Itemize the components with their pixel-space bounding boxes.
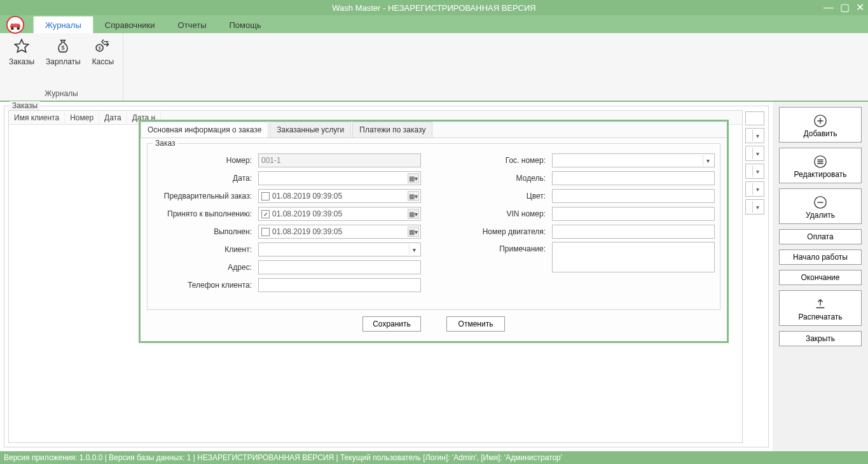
- minimize-icon[interactable]: —: [823, 3, 834, 13]
- note-field[interactable]: [552, 242, 715, 272]
- tab-journals[interactable]: Журналы: [33, 16, 93, 33]
- tab-reports[interactable]: Отчеты: [167, 17, 218, 33]
- ribbon-group-label: Журналы: [45, 88, 78, 99]
- svg-text:$: $: [98, 45, 101, 51]
- phone-label: Телефон клиента:: [153, 281, 254, 290]
- chevron-down-icon: ▾: [752, 201, 762, 213]
- save-button[interactable]: Сохранить: [362, 316, 421, 332]
- plus-circle-icon: [813, 114, 827, 128]
- ribbon-group-journals: Заказы $ Зарплаты $ Кассы Журналы: [0, 33, 123, 101]
- client-label: Клиент:: [153, 245, 254, 254]
- chevron-down-icon: ▾: [752, 183, 762, 195]
- filter-column: ▾ ▾ ▾ ▾ ▾: [745, 110, 764, 443]
- cash-transfer-icon: $: [95, 38, 111, 55]
- dialog-tab-services[interactable]: Заказанные услуги: [270, 122, 351, 137]
- note-label: Примечание:: [446, 242, 548, 253]
- chevron-down-icon: ▾: [752, 130, 762, 141]
- dialog-buttons: Сохранить Отменить: [141, 313, 727, 335]
- star-icon: [13, 38, 30, 55]
- print-button[interactable]: Распечатать: [779, 290, 862, 326]
- gosnum-field[interactable]: ▾: [552, 153, 715, 167]
- preorder-checkbox[interactable]: [261, 192, 270, 200]
- dialog-tabs: Основная информация о заказе Заказанные …: [141, 122, 727, 138]
- svg-rect-3: [11, 24, 19, 26]
- ribbon-cash[interactable]: $ Кассы: [88, 36, 118, 88]
- gosnum-label: Гос. номер:: [446, 156, 548, 165]
- money-bag-icon: $: [55, 38, 71, 55]
- accepted-label: Принято к выполнению:: [153, 209, 254, 218]
- vin-field[interactable]: [552, 207, 715, 221]
- ribbon-orders-label: Заказы: [9, 57, 34, 66]
- engine-field[interactable]: [552, 225, 715, 239]
- svg-point-1: [11, 27, 14, 30]
- close-button[interactable]: Закрыть: [779, 331, 862, 346]
- calendar-icon[interactable]: ▦▾: [408, 227, 419, 237]
- tab-help[interactable]: Помощь: [217, 17, 272, 33]
- form-right-column: Гос. номер: ▾ Модель: Цвет: VIN номер: Н…: [446, 153, 715, 293]
- start-work-button[interactable]: Начало работы: [779, 250, 862, 265]
- chevron-down-icon: ▾: [752, 165, 762, 177]
- edit-button[interactable]: Редактировать: [779, 148, 862, 183]
- svg-point-2: [17, 27, 20, 30]
- vin-label: VIN номер:: [446, 209, 548, 218]
- filter-dropdown-2[interactable]: ▾: [745, 146, 764, 161]
- ribbon-orders[interactable]: Заказы: [5, 36, 38, 88]
- col-client[interactable]: Имя клиента: [9, 111, 65, 124]
- calendar-icon[interactable]: ▦▾: [408, 191, 419, 201]
- ribbon: Заказы $ Зарплаты $ Кассы Журналы: [0, 33, 868, 102]
- preorder-field[interactable]: 01.08.2019 09:39:05▦▾: [258, 189, 421, 203]
- filter-dropdown-3[interactable]: ▾: [745, 164, 764, 179]
- accepted-checkbox[interactable]: ✓: [261, 210, 270, 218]
- maximize-icon[interactable]: ▢: [840, 3, 850, 13]
- tab-references[interactable]: Справочники: [93, 17, 167, 33]
- menu-circle-icon: [813, 155, 827, 169]
- menu-tabs: Журналы Справочники Отчеты Помощь: [31, 15, 273, 33]
- app-icon: [0, 15, 31, 33]
- col-date[interactable]: Дата: [99, 111, 127, 124]
- order-fieldset-label: Заказ: [153, 139, 177, 148]
- close-icon[interactable]: ✕: [856, 3, 864, 13]
- ribbon-cash-label: Кассы: [92, 57, 114, 66]
- filter-input[interactable]: [745, 111, 764, 125]
- calendar-icon[interactable]: ▦▾: [408, 173, 419, 183]
- pay-button[interactable]: Оплата: [779, 229, 862, 244]
- window-title: Wash Master - НЕЗАРЕГИСТРИРОВАННАЯ ВЕРСИ…: [332, 3, 535, 13]
- filter-dropdown-1[interactable]: ▾: [745, 128, 764, 143]
- engine-label: Номер двигателя:: [446, 227, 548, 236]
- dialog-tab-payments[interactable]: Платежи по заказу: [352, 122, 432, 137]
- col-number[interactable]: Номер: [65, 111, 99, 124]
- client-field[interactable]: ▾: [258, 243, 421, 257]
- filter-dropdown-4[interactable]: ▾: [745, 181, 764, 197]
- done-checkbox[interactable]: [261, 228, 270, 236]
- add-button[interactable]: Добавить: [779, 107, 862, 143]
- dialog-tab-main[interactable]: Основная информация о заказе: [141, 122, 268, 137]
- calendar-icon[interactable]: ▦▾: [408, 209, 419, 219]
- chevron-down-icon: ▾: [409, 244, 419, 255]
- svg-text:$: $: [62, 44, 65, 51]
- address-label: Адрес:: [153, 263, 254, 272]
- menu-strip: Журналы Справочники Отчеты Помощь: [0, 15, 868, 33]
- order-fieldset: Заказ Номер: 001-1 Дата: ▦▾ Предваритель…: [147, 143, 720, 310]
- color-field[interactable]: [552, 189, 715, 203]
- status-bar: Версия приложения: 1.0.0.0 | Версия базы…: [0, 451, 868, 464]
- order-dialog: Основная информация о заказе Заказанные …: [139, 120, 729, 343]
- phone-field[interactable]: [258, 278, 421, 292]
- done-label: Выполнен:: [153, 227, 254, 236]
- address-field[interactable]: [258, 260, 421, 274]
- date-field[interactable]: ▦▾: [258, 171, 421, 185]
- done-field[interactable]: 01.08.2019 09:39:05▦▾: [258, 225, 421, 239]
- end-work-button[interactable]: Окончание: [779, 270, 862, 285]
- ribbon-salaries[interactable]: $ Зарплаты: [42, 36, 85, 88]
- model-field[interactable]: [552, 171, 715, 185]
- date-label: Дата:: [153, 174, 254, 183]
- ribbon-salaries-label: Зарплаты: [46, 57, 81, 66]
- window-titlebar: Wash Master - НЕЗАРЕГИСТРИРОВАННАЯ ВЕРСИ…: [0, 0, 868, 15]
- filter-dropdown-5[interactable]: ▾: [745, 199, 764, 214]
- accepted-field[interactable]: ✓01.08.2019 09:39:05▦▾: [258, 207, 421, 221]
- cancel-button[interactable]: Отменить: [446, 316, 505, 332]
- right-actions-panel: Добавить Редактировать Удалить Оплата На…: [773, 102, 868, 451]
- delete-button[interactable]: Удалить: [779, 188, 862, 224]
- chevron-down-icon: ▾: [752, 148, 762, 159]
- status-text: Версия приложения: 1.0.0.0 | Версия базы…: [4, 453, 562, 462]
- window-controls: — ▢ ✕: [823, 0, 864, 15]
